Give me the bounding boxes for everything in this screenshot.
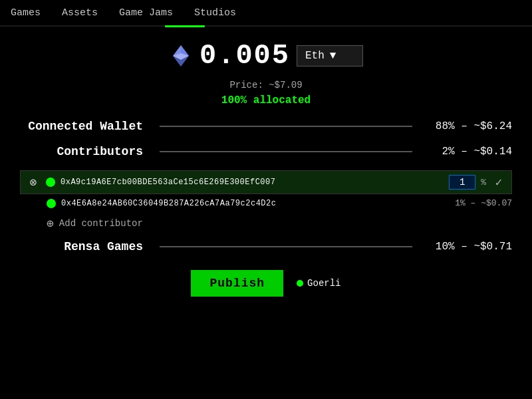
eth-amount-value: 0.005 [200, 40, 290, 72]
publish-button[interactable]: Publish [191, 270, 283, 297]
rensa-games-label: Rensa Games [20, 240, 153, 253]
rensa-games-row: Rensa Games 10% – ~$0.71 [20, 240, 512, 253]
rensa-games-value: 10% – ~$0.71 [419, 241, 512, 253]
eth-amount-row: 0.005 Eth ▼ [169, 40, 363, 72]
add-contributor-button[interactable]: ⊕ Add contributor [47, 216, 512, 231]
confirm-contributor-1-button[interactable]: ✓ [491, 175, 506, 190]
nav-active-indicator [165, 25, 205, 27]
network-name: Goerli [307, 278, 340, 289]
currency-label: Eth [305, 50, 325, 62]
contributors-value: 2% – ~$0.14 [419, 146, 512, 158]
allocated-status: 100% allocated [221, 94, 311, 106]
nav-item-studios[interactable]: Studios [190, 5, 240, 21]
price-display: Price: ~$7.09 [229, 80, 302, 90]
network-status-dot [297, 280, 303, 287]
nav-item-assets[interactable]: Assets [58, 5, 102, 21]
contributor-2-status-dot [47, 199, 56, 208]
contributor-2-address: 0x4E6A8e24AB60C36049B287A226cA7Aa79c2c4D… [61, 199, 443, 208]
network-indicator: Goerli [297, 278, 340, 289]
add-contributor-label: Add contributor [59, 218, 143, 229]
contributor-row-2: 0x4E6A8e24AB60C36049B287A226cA7Aa79c2c4D… [20, 194, 512, 212]
rensa-games-bar [160, 246, 412, 247]
connected-wallet-value: 88% – ~$6.24 [419, 120, 512, 132]
contributor-1-pct-input[interactable] [449, 175, 475, 190]
connected-wallet-row: Connected Wallet 88% – ~$6.24 [20, 120, 512, 133]
contributor-1-pct-symbol: % [481, 178, 486, 188]
allocation-section: Connected Wallet 88% – ~$6.24 Contributo… [20, 120, 512, 267]
main-content: 0.005 Eth ▼ Price: ~$7.09 100% allocated… [0, 27, 532, 303]
contributor-2-value: 1% – ~$0.07 [455, 198, 512, 208]
contributor-1-address: 0xA9c19A6E7cb00BDE563aCe15c6E269E300EfC0… [61, 178, 444, 187]
contributors-bar [160, 151, 412, 152]
connected-wallet-label: Connected Wallet [20, 120, 153, 133]
nav-item-games[interactable]: Games [7, 5, 45, 21]
contributors-list: ⊗ 0xA9c19A6E7cb00BDE563aCe15c6E269E300Ef… [20, 170, 512, 231]
contributors-label: Contributors [20, 145, 153, 158]
contributors-header-row: Contributors 2% – ~$0.14 [20, 145, 512, 158]
nav-bar: Games Assets Game Jams Studios [0, 0, 532, 27]
contributor-row-1: ⊗ 0xA9c19A6E7cb00BDE563aCe15c6E269E300Ef… [20, 170, 512, 194]
publish-row: Publish Goerli [191, 270, 340, 297]
connected-wallet-bar [160, 126, 412, 127]
ethereum-icon [169, 44, 193, 68]
remove-contributor-1-button[interactable]: ⊗ [26, 175, 41, 190]
dropdown-arrow-icon: ▼ [330, 50, 336, 62]
nav-item-game-jams[interactable]: Game Jams [115, 5, 177, 21]
contributor-1-status-dot [46, 178, 55, 187]
add-contributor-icon: ⊕ [47, 216, 54, 231]
currency-dropdown[interactable]: Eth ▼ [297, 45, 363, 66]
